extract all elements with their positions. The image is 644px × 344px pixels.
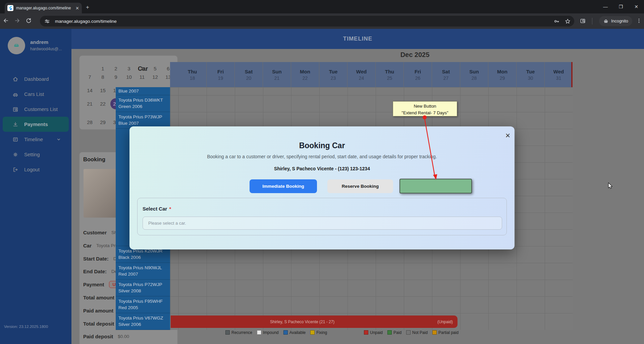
day-header-cell: Tue30 [517, 62, 544, 87]
booking-field-label: Paid deposit [83, 334, 113, 339]
browser-window: manager.alugago.com/timeline ✕ + — ❐ ✕ m… [0, 0, 644, 344]
legend-item: Impound [257, 330, 279, 335]
sidebar-item-logout[interactable]: Logout [0, 162, 71, 177]
car-row[interactable]: Toyota Prius P72WJPSilver 2008 [116, 280, 170, 296]
car-row[interactable]: Toyota Prius N90WJLRed 2007 [116, 263, 170, 280]
car-row[interactable]: Blue 2007 [116, 87, 170, 95]
booking-panel-title: Booking [83, 156, 105, 163]
app-page: andrem hardwood4us@... DashboardCars Lis… [0, 29, 644, 344]
legend-item: Unpaid [364, 330, 383, 335]
password-key-icon[interactable] [553, 18, 560, 24]
immediate-booking-button[interactable]: Immediate Booking [250, 179, 317, 193]
car-row[interactable]: Toyota Prius V67WGZSilver 2006 [116, 313, 170, 330]
menu-dots-icon[interactable] [636, 18, 642, 25]
day-header-cell: Sun28 [460, 62, 488, 87]
new-tab-icon[interactable]: + [86, 4, 89, 11]
sidebar-item-customers-list[interactable]: Customers List [0, 102, 71, 117]
car-row[interactable]: Toyota Prius F95WHFRed 2005 [116, 296, 170, 313]
sidebar-item-timeline[interactable]: Timeline [0, 132, 71, 147]
booking-label: Shirley, S Pacheco Vicente (21 - 27) [270, 320, 334, 324]
calendar-day[interactable]: 7 [83, 70, 96, 84]
setting-icon [12, 151, 19, 158]
sidebar-item-label: Customers List [24, 106, 58, 112]
browser-toolbar: manager.alugago.com/timeline Incognito [0, 13, 644, 29]
calendar-day [83, 57, 96, 70]
url-bar[interactable]: manager.alugago.com/timeline [40, 16, 574, 26]
booking-field-label: Paid amount [83, 308, 113, 313]
booking-field-label: Total deposit [83, 321, 114, 327]
sidebar-item-dashboard[interactable]: Dashboard [0, 71, 71, 87]
sidebar-nav: DashboardCars ListCustomers ListPayments… [0, 71, 71, 177]
toolbar-divider [592, 18, 592, 24]
legend-statuses: RecurrenceImpoundAvailableFixing [225, 330, 327, 335]
bookmark-star-icon[interactable] [565, 18, 571, 24]
day-header-cell: Wed31 [545, 62, 573, 87]
reserve-booking-button[interactable]: Reserve Booking [327, 179, 393, 193]
legend-swatch [225, 330, 230, 335]
booking-field-label: Total amount [83, 295, 114, 300]
calendar-day[interactable]: 28 [83, 116, 96, 129]
day-header-cell: Sat20 [235, 62, 263, 87]
sidebar-item-label: Dashboard [24, 76, 49, 82]
back-icon[interactable] [0, 17, 11, 25]
car-row[interactable]: Toyota Prius D36WKTGreen 2006 [116, 95, 170, 112]
calendar-day[interactable]: 14 [83, 84, 96, 97]
calendar-day[interactable]: 21 [83, 97, 96, 111]
day-header-cell: Sat27 [432, 62, 460, 87]
calendar-day[interactable]: 29 [96, 116, 109, 129]
legend-swatch [406, 330, 411, 335]
day-header-cell: Thu25 [376, 62, 404, 87]
close-window-icon[interactable]: ✕ [629, 4, 644, 9]
browser-tab[interactable]: manager.alugago.com/timeline ✕ [5, 3, 82, 13]
url-text: manager.alugago.com/timeline [55, 19, 117, 24]
forward-icon[interactable] [11, 17, 23, 25]
legend-item: Not Paid [406, 330, 428, 335]
day-header-cell: Fri26 [404, 62, 432, 87]
calendar-day[interactable]: 8 [96, 70, 109, 84]
day-header-partial [170, 62, 178, 87]
sidebar: andrem hardwood4us@... DashboardCars Lis… [0, 29, 71, 344]
car-avatar-icon [13, 42, 20, 49]
sidebar-item-cars-list[interactable]: Cars List [0, 87, 71, 102]
extend-rental-new-button[interactable] [399, 179, 472, 193]
day-header-cell: Sun21 [263, 62, 291, 87]
sidebar-item-payments[interactable]: Payments [3, 117, 69, 132]
car-column-header: Car [116, 50, 170, 87]
legend-item: Fixing [310, 330, 327, 335]
sidebar-item-label: Payments [24, 121, 48, 127]
chevron-down-icon[interactable] [55, 136, 62, 143]
legend-swatch [387, 330, 392, 335]
reading-mode-icon[interactable] [580, 18, 586, 24]
booking-bar[interactable]: Shirley, S Pacheco Vicente (21 - 27) (Un… [265, 316, 458, 328]
modal-customer-line: Shirley, S Pacheco Vicente - (123) 123-1… [129, 166, 515, 171]
booking-field-label: Car [83, 243, 92, 248]
calendar-day[interactable]: 22 [96, 97, 109, 111]
tab-close-icon[interactable]: ✕ [75, 6, 79, 11]
day-header-cell: Thu18 [178, 62, 206, 87]
window-controls: — ❐ ✕ [598, 0, 644, 13]
page-title: TIMELINE [71, 29, 644, 49]
select-car-placeholder: Please select a car. [148, 221, 186, 226]
booking-field-label: Payment [83, 282, 104, 287]
annotation-line1: New Button [393, 103, 457, 110]
select-car-fieldset: Select Car* Please select a car. [137, 198, 507, 235]
minimize-icon[interactable]: — [598, 4, 613, 9]
legend-swatch [283, 330, 288, 335]
legend-item: Partial paid [432, 330, 459, 335]
annotation-line2: "Extend Rental- 7 Days" [393, 110, 457, 116]
tab-title: manager.alugago.com/timeline [16, 6, 73, 10]
reload-icon[interactable] [23, 17, 34, 25]
day-header-cell: Mon29 [488, 62, 516, 87]
select-car-label: Select Car* [143, 206, 171, 212]
day-header-row: Thu18Fri19Sat20Sun21Mon22Tue23Wed24Thu25… [170, 62, 573, 87]
day-header-cell: Fri19 [207, 62, 234, 87]
sidebar-item-setting[interactable]: Setting [0, 147, 71, 162]
user-name: andrem [30, 39, 48, 45]
calendar-day[interactable]: 15 [96, 84, 109, 97]
select-car-input[interactable]: Please select a car. [143, 217, 502, 230]
avatar[interactable] [8, 37, 25, 54]
site-settings-icon[interactable] [44, 18, 50, 24]
close-icon[interactable]: ✕ [505, 132, 511, 139]
maximize-icon[interactable]: ❐ [613, 4, 629, 9]
sidebar-item-label: Logout [24, 167, 40, 172]
